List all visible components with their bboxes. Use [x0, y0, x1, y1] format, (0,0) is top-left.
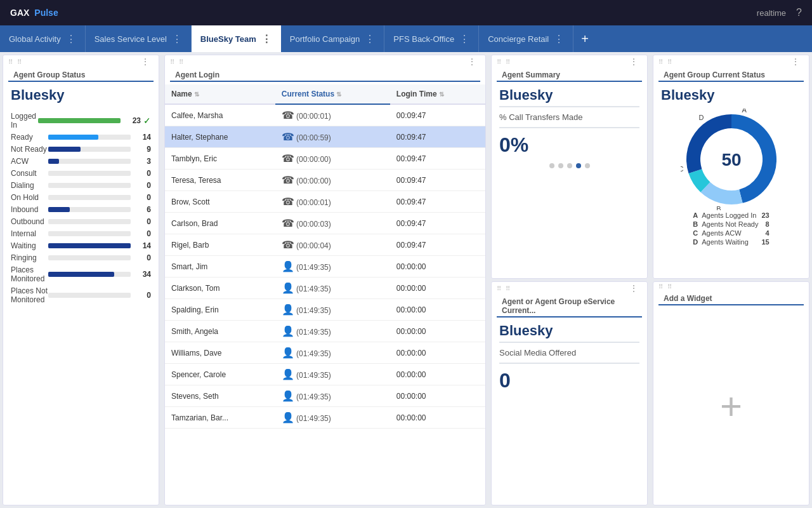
table-row[interactable]: Teresa, Teresa ☎ (00:00:00) 00:09:47 [165, 170, 485, 191]
tab-pfs-back-office[interactable]: PFS Back-Office⋮ [384, 25, 479, 52]
agent-login-time: 00:00:00 [390, 256, 485, 277]
eservice-divider [499, 342, 639, 343]
status-icon-call: ☎ [282, 218, 294, 229]
status-icon-active: ☎ [282, 131, 294, 142]
agent-col-login-time[interactable]: Login Time ⇅ [390, 84, 485, 104]
page-dot[interactable] [549, 163, 554, 168]
status-icon-agent: 👤 [282, 261, 294, 272]
table-row[interactable]: Williams, Dave 👤 (01:49:35) 00:00:00 [165, 342, 485, 364]
status-bar [48, 135, 98, 140]
table-row[interactable]: Spencer, Carole 👤 (01:49:35) 00:00:00 [165, 364, 485, 385]
tab-menu-bluesky-team[interactable]: ⋮ [261, 33, 272, 45]
agent-status: 👤 (01:49:35) [275, 407, 390, 429]
page-dot[interactable] [567, 163, 572, 168]
status-bar-wrap [48, 207, 131, 212]
agent-status: 👤 (01:49:35) [275, 277, 390, 299]
topbar: GAX Pulse realtime ? [0, 0, 812, 25]
agent-name: Stevens, Seth [165, 385, 275, 407]
table-row[interactable]: Tamzarian, Bar... 👤 (01:49:35) 00:00:00 [165, 407, 485, 429]
status-label: Ready [11, 133, 48, 142]
tab-concierge-retail[interactable]: Concierge Retail⋮ [479, 25, 573, 52]
panel-center-menu[interactable]: ⋮ [468, 57, 480, 67]
drag-handle-summary[interactable]: ⠿ ⠿ [497, 58, 511, 65]
page-dot[interactable] [576, 163, 581, 168]
panel-eservice-menu[interactable]: ⋮ [629, 283, 642, 293]
status-row: Waiting 14 [11, 241, 151, 250]
donut-legend: A Agents Logged In 23 B Agents Not Ready… [685, 210, 776, 247]
tab-menu-pfs-back-office[interactable]: ⋮ [459, 33, 469, 45]
tab-menu-portfolio-campaign[interactable]: ⋮ [365, 33, 375, 45]
legend-value: 23 [761, 211, 769, 219]
table-row[interactable]: Rigel, Barb ☎ (00:00:04) 00:09:47 [165, 234, 485, 256]
table-row[interactable]: Smith, Angela 👤 (01:49:35) 00:00:00 [165, 321, 485, 342]
agent-status: ☎ (00:00:03) [275, 213, 390, 234]
status-value: 23 [126, 116, 141, 125]
table-row[interactable]: Smart, Jim 👤 (01:49:35) 00:00:00 [165, 256, 485, 277]
legend-value: 8 [766, 220, 769, 228]
tabbar: Global Activity⋮Sales Service Level⋮Blue… [0, 25, 812, 52]
drag-handle-groupstatus[interactable]: ⠿ ⠿ [658, 58, 673, 65]
drag-handle-left[interactable]: ⠿ ⠿ [8, 58, 23, 65]
panel-summary-menu[interactable]: ⋮ [629, 57, 642, 67]
table-row[interactable]: Carlson, Brad ☎ (00:00:03) 00:09:47 [165, 213, 485, 234]
legend-item-label: Agents Logged In [702, 211, 756, 219]
add-widget-area[interactable]: + [653, 308, 809, 505]
main-content: ⠿ ⠿ ⋮ Agent Group Status Bluesky Logged … [0, 52, 812, 508]
add-tab-button[interactable]: + [573, 25, 596, 52]
drag-handle-center[interactable]: ⠿ ⠿ [170, 58, 185, 65]
page-dot[interactable] [558, 163, 563, 168]
status-bar-wrap [48, 195, 131, 200]
agent-status: ☎ (00:00:00) [275, 170, 390, 191]
legend-label: D Agents Waiting [693, 238, 749, 246]
agent-col-current-status[interactable]: Current Status ⇅ [275, 84, 390, 104]
tab-sales-service-level[interactable]: Sales Service Level⋮ [86, 25, 192, 52]
status-time: (00:00:01) [296, 198, 331, 207]
status-icon-call: ☎ [282, 110, 294, 121]
legend-key: A [693, 211, 698, 219]
status-icon-call: ☎ [282, 153, 294, 164]
panel-left-menu[interactable]: ⋮ [141, 57, 154, 67]
sort-icon: ⇅ [336, 91, 341, 98]
tab-menu-global-activity[interactable]: ⋮ [66, 33, 76, 45]
table-row[interactable]: Clarkson, Tom 👤 (01:49:35) 00:00:00 [165, 277, 485, 299]
status-label: Logged In [11, 112, 38, 130]
agent-summary-panel: ⠿ ⠿ ⋮ Agent Summary Bluesky % Call Trans… [491, 55, 648, 279]
eservice-metric-value: 0 [492, 366, 647, 395]
table-row[interactable]: Spalding, Erin 👤 (01:49:35) 00:00:00 [165, 299, 485, 321]
status-row: Consult 0 [11, 169, 151, 178]
status-value: 0 [136, 193, 151, 202]
status-label: Ringing [11, 253, 48, 262]
status-row: Not Ready 9 [11, 145, 151, 154]
table-row[interactable]: Brow, Scott ☎ (00:00:01) 00:09:47 [165, 191, 485, 213]
status-bar-wrap [48, 231, 131, 236]
agent-status: 👤 (01:49:35) [275, 321, 390, 342]
tab-label-global-activity: Global Activity [9, 34, 61, 44]
drag-handle-addwidget[interactable]: ⠿ ⠿ [658, 283, 673, 290]
status-time: (01:49:35) [296, 414, 331, 423]
help-icon[interactable]: ? [796, 7, 802, 18]
table-row[interactable]: Stevens, Seth 👤 (01:49:35) 00:00:00 [165, 385, 485, 407]
add-widget-icon[interactable]: + [720, 387, 742, 425]
table-row[interactable]: Calfee, Marsha ☎ (00:00:01) 00:09:47 [165, 104, 485, 126]
tab-menu-sales-service-level[interactable]: ⋮ [172, 33, 182, 45]
tab-label-sales-service-level: Sales Service Level [95, 34, 167, 44]
status-row: Logged In 23 ✓ [11, 112, 151, 130]
table-row[interactable]: Halter, Stephane ☎ (00:00:59) 00:09:47 [165, 126, 485, 148]
drag-handle-eservice[interactable]: ⠿ ⠿ [497, 285, 511, 292]
panel-groupstatus-menu[interactable]: ⋮ [791, 57, 804, 67]
agent-status: 👤 (01:49:35) [275, 364, 390, 385]
status-icon-agent: 👤 [282, 283, 294, 293]
tab-bluesky-team[interactable]: BlueSky Team⋮ [192, 25, 281, 52]
status-value: 0 [136, 181, 151, 190]
tab-menu-concierge-retail[interactable]: ⋮ [554, 33, 564, 45]
eservice-metric-label: Social Media Offered [492, 345, 647, 360]
agent-name: Halter, Stephane [165, 126, 275, 148]
eservice-panel: ⠿ ⠿ ⋮ Agent or Agent Group eService Curr… [491, 281, 648, 505]
page-dot[interactable] [585, 163, 590, 168]
status-row: ACW 3 [11, 157, 151, 166]
table-row[interactable]: Tamblyn, Eric ☎ (00:00:00) 00:09:47 [165, 148, 485, 170]
agent-col-name[interactable]: Name ⇅ [165, 84, 275, 104]
tab-portfolio-campaign[interactable]: Portfolio Campaign⋮ [281, 25, 385, 52]
status-icon-call: ☎ [282, 196, 294, 207]
tab-global-activity[interactable]: Global Activity⋮ [0, 25, 86, 52]
